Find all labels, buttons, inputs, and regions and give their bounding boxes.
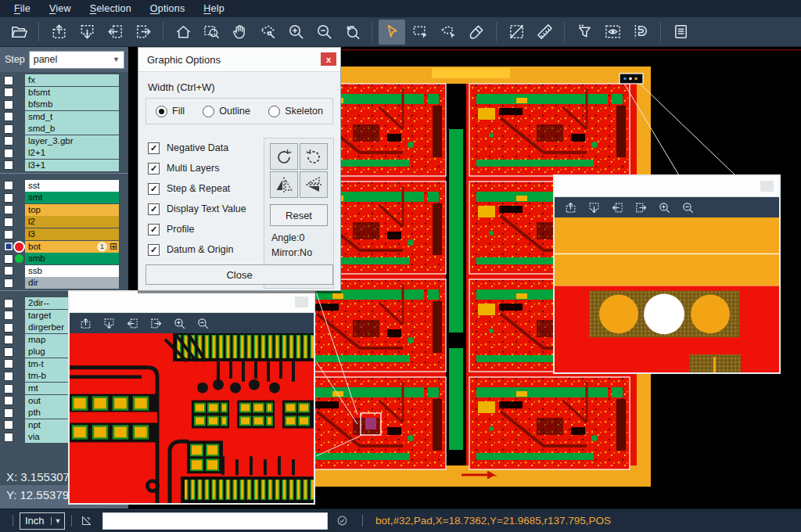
layer-name[interactable]: fx [25,74,119,86]
dialog-title-bar[interactable]: Graphic Options x [138,48,340,72]
radio-outline[interactable]: Outline [203,106,250,117]
tool-zoom-in[interactable] [171,315,187,331]
layer-visibility-checkbox[interactable] [4,408,13,418]
tool-report[interactable] [667,20,694,45]
tool-pan-hand[interactable] [226,20,253,45]
tool-home[interactable] [170,20,196,45]
layer-visibility-checkbox[interactable] [4,160,13,170]
tool-box-arrow-down[interactable] [101,315,117,331]
tool-zoom-in[interactable] [656,200,672,215]
layer-visibility-checkbox[interactable] [4,347,13,357]
layer-name[interactable]: l3+1 [25,160,119,171]
reset-button[interactable]: Reset [270,204,328,226]
layer-visibility-checkbox[interactable] [4,88,13,97]
checkbox-negative-data[interactable]: ✓Negative Data [148,138,246,158]
layer-name[interactable]: ssb [25,265,119,277]
layer-visibility-checkbox[interactable] [4,299,13,308]
layer-grid-icon[interactable]: ⊞ [110,242,117,251]
layer-visibility-checkbox[interactable] [4,266,13,275]
layer-visibility-checkbox[interactable] [4,372,13,381]
layer-visibility-checkbox[interactable] [4,193,13,203]
layer-visibility-checkbox[interactable] [4,323,13,332]
tool-box-arrow-left[interactable] [609,200,625,215]
tool-box-arrow-right[interactable] [148,315,163,331]
tool-brush[interactable] [463,20,490,45]
layer-visibility-checkbox[interactable] [4,311,13,320]
layer-visibility-checkbox[interactable] [4,254,13,264]
menu-help[interactable]: Help [194,2,234,16]
window-minimize-button[interactable] [295,297,308,307]
unit-select[interactable]: Inch ▼ [20,512,65,530]
step-select[interactable]: panel ▼ [29,51,124,69]
tool-ruler[interactable] [531,20,558,45]
checkbox-multi-layers[interactable]: ✓Multi Layers [148,158,246,178]
zoom-window-viewport[interactable] [555,217,779,372]
checkbox-step-repeat[interactable]: ✓Step & Repeat [148,178,246,199]
layer-visibility-checkbox[interactable] [4,242,13,251]
tool-zoom-polygon[interactable] [254,20,281,45]
layer-name[interactable]: bfsmb [25,99,119,110]
tool-box-arrow-right[interactable] [633,200,648,215]
tool-filter[interactable] [571,20,598,45]
layer-visibility-checkbox[interactable] [4,205,13,214]
tool-zoom-out[interactable] [195,315,210,331]
tool-box-arrow-down[interactable] [586,200,602,215]
tool-zoom-out[interactable] [311,20,337,45]
layer-visibility-checkbox[interactable] [4,230,13,239]
window-minimize-button[interactable] [760,181,774,192]
tool-zoom-out[interactable] [680,200,695,215]
layer-visibility-checkbox[interactable] [4,420,13,430]
tool-select-cursor[interactable] [379,20,405,45]
layer-visibility-checkbox[interactable] [4,112,13,121]
layer-name[interactable]: smt [25,192,119,203]
tool-folder-open[interactable] [5,20,32,45]
layer-visibility-checkbox[interactable] [4,76,13,85]
sync-check-icon[interactable] [336,514,349,527]
layer-name[interactable]: smd_b [25,123,119,135]
layer-active-indicator[interactable] [15,243,23,251]
layer-visibility-checkbox[interactable] [4,396,13,405]
flip-vertical-button[interactable] [300,171,328,198]
zoom-window-title-bar[interactable] [555,176,779,197]
tool-box-arrow-up[interactable] [45,20,72,45]
menu-view[interactable]: View [40,2,81,16]
tool-box-arrow-right[interactable] [130,20,156,45]
tool-box-arrow-left[interactable] [124,315,140,331]
layer-name[interactable]: smd_t [25,111,119,123]
zoom-window-title-bar[interactable] [70,292,314,313]
menu-options[interactable]: Options [141,2,195,16]
layer-name[interactable]: bfsmt [25,87,119,99]
rotate-ccw-button[interactable] [300,143,328,170]
layer-visibility-checkbox[interactable] [4,384,13,394]
checkbox-profile[interactable]: ✓Profile [148,219,246,239]
layer-visibility-checkbox[interactable] [4,100,13,110]
zoom-window-bottom-left[interactable] [68,290,315,505]
layer-visibility-checkbox[interactable] [4,149,13,158]
tool-zoom-in[interactable] [282,20,309,45]
checkbox-display-text-value[interactable]: ✓Display Text Value [148,199,246,219]
layer-name[interactable]: sst [25,180,119,192]
layer-visibility-checkbox[interactable] [4,136,13,146]
tool-select-rect[interactable] [407,20,433,45]
layer-active-indicator[interactable] [15,254,23,263]
dialog-close-action-button[interactable]: Close [145,264,333,285]
menu-selection[interactable]: Selection [81,2,141,16]
tool-zoom-previous[interactable] [339,20,365,45]
radio-fill[interactable]: Fill [156,106,185,117]
dialog-close-button[interactable]: x [321,52,336,66]
layer-name[interactable]: l2+1 [25,147,119,159]
menu-file[interactable]: File [5,2,40,16]
tool-measure-distance[interactable] [503,20,530,45]
layer-name[interactable]: l2 [25,216,119,228]
layer-visibility-checkbox[interactable] [4,433,13,442]
layer-name[interactable]: bot1⊞ [25,241,119,253]
tool-box-arrow-up[interactable] [562,200,578,215]
layer-name[interactable]: smb [25,253,119,264]
checkbox-datum-origin[interactable]: ✓Datum & Origin [148,239,246,260]
tool-view-box[interactable] [599,20,626,45]
tool-zoom-window[interactable] [198,20,224,45]
tool-box-arrow-up[interactable] [77,315,93,331]
command-input[interactable] [102,512,328,530]
tool-box-arrow-down[interactable] [74,20,100,45]
layer-visibility-checkbox[interactable] [4,279,13,288]
